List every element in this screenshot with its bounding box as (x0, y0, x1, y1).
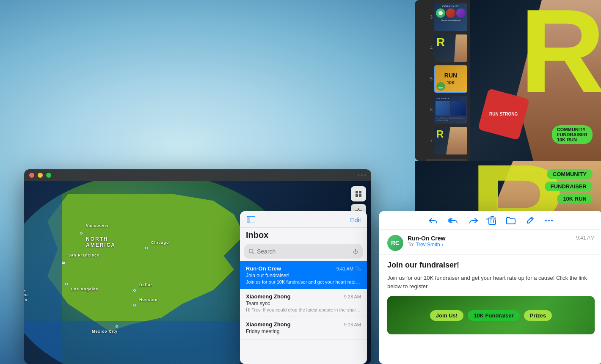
maximize-button[interactable] (46, 173, 51, 178)
slide-number-3: 3 (426, 15, 433, 19)
svg-point-16 (545, 220, 547, 221)
slide-thumbnail-6[interactable]: OUR EVENTS Run-On Crew isn't just about … (434, 96, 467, 124)
search-input[interactable] (257, 248, 350, 255)
to-field: To: Trev Smith › (408, 242, 572, 248)
sender-initials: RC (391, 240, 400, 246)
slide-row-4[interactable]: 4 R (417, 34, 467, 62)
email-time-3: 9:13 AM (344, 322, 361, 327)
sender-name: Run-On Crew (408, 235, 572, 242)
email-subject-3: Friday meeting (246, 328, 361, 334)
prizes-badge: Prizes (524, 310, 552, 321)
reply-all-button[interactable] (448, 216, 459, 225)
svg-rect-4 (247, 216, 250, 223)
dallas-label: Dallas (139, 283, 153, 287)
svg-point-18 (551, 220, 553, 221)
houston-dot (133, 304, 136, 306)
email-time-2: 9:28 AM (344, 294, 361, 299)
compose-button[interactable] (526, 216, 534, 225)
large-r-letter: R (520, 0, 601, 110)
email-subject-2: Team sync (246, 301, 361, 306)
email-item-3[interactable]: Xiaomeng Zhong 9:13 AM Friday meeting (240, 317, 367, 340)
minimize-button[interactable] (38, 173, 43, 178)
slide-thumbnail-7[interactable]: R (434, 127, 467, 154)
folder-button[interactable] (506, 216, 516, 225)
svg-line-7 (253, 253, 254, 254)
chicago-dot (145, 247, 148, 249)
inbox-title: Inbox (240, 228, 367, 242)
slide-number-7: 7 (426, 138, 433, 143)
email-preview-2: Hi Trev, If you could drop the latest up… (246, 307, 361, 312)
chicago-label: Chicago (151, 240, 169, 245)
slide-thumbnail-5[interactable]: RUN10K RUN (434, 65, 467, 93)
svg-point-17 (548, 220, 550, 221)
sender-info: Run-On Crew To: Trev Smith › (408, 235, 572, 248)
trash-button[interactable] (488, 216, 496, 225)
vancouver-label: Vancouver (86, 223, 109, 228)
email-list: Run-On Crew 9:41 AM 📎 Join our fundraise… (240, 261, 367, 340)
email-item-2[interactable]: Xiaomeng Zhong 9:28 AM Team sync Hi Trev… (240, 289, 367, 317)
map-view-toggle[interactable] (351, 186, 366, 201)
presentation-panel: 3 COMMUNITY Running community event 4 (415, 0, 601, 161)
join-us-badge: Join Us! (430, 310, 463, 321)
email-detail-time: 9:41 AM (576, 235, 595, 241)
vancouver-dot (80, 232, 83, 234)
svg-rect-1 (359, 191, 361, 193)
email-sender-2: Xiaomeng Zhong (246, 293, 290, 300)
dallas-dot (133, 289, 136, 292)
slides-sidebar[interactable]: 3 COMMUNITY Running community event 4 (415, 0, 470, 161)
email-time-1: 9:41 AM (336, 266, 353, 271)
edit-button[interactable]: Edit (350, 216, 361, 223)
maps-titlebar (24, 169, 371, 181)
mail-detail-body: Join our fundraiser! Join us for our 10K… (379, 255, 601, 353)
email-preview-1: Join us for our 10K fundraiser and get y… (246, 279, 361, 284)
mexico-city-dot (116, 325, 118, 328)
san-francisco-dot (62, 262, 65, 264)
houston-label: Houston (139, 298, 158, 302)
slide-thumbnail-3[interactable]: COMMUNITY Running community event (434, 3, 467, 31)
north-america-label: NORTHAMERICA (86, 236, 116, 248)
search-bar[interactable] (244, 244, 363, 259)
mail-detail-header: RC Run-On Crew To: Trev Smith › 9:41 AM (379, 230, 601, 255)
svg-rect-8 (355, 249, 356, 252)
slide-thumbnail-4[interactable]: R (434, 34, 467, 62)
10k-fundraiser-badge: 10K Fundraiser (468, 310, 520, 321)
mail-header: Edit (240, 211, 367, 228)
email-subject-1: Join our fundraiser! (246, 273, 361, 279)
search-icon (248, 248, 254, 254)
10k-run-badge: 10K RUN (557, 194, 593, 204)
presentation-main: R RUN STRONG COMMUNITYFUNDRAISER10K RUN (470, 0, 601, 161)
svg-rect-0 (356, 191, 358, 193)
slide-row-5[interactable]: 5 RUN10K RUN (417, 65, 467, 93)
attachment-icon-1: 📎 (355, 266, 361, 271)
sender-avatar: RC (387, 235, 403, 251)
add-slide-button[interactable]: + (426, 159, 467, 161)
reply-button[interactable] (428, 216, 438, 225)
email-body-text: Join us for our 10K fundraiser and get y… (387, 274, 595, 290)
svg-rect-2 (356, 194, 358, 197)
email-item-1[interactable]: Run-On Crew 9:41 AM 📎 Join our fundraise… (240, 261, 367, 289)
forward-button[interactable] (469, 216, 478, 225)
email-sender-1: Run-On Crew (246, 265, 281, 272)
mail-panel: Edit Inbox Run-On Crew 9:41 AM 📎 Join (240, 211, 367, 364)
san-francisco-label: San Francisco (68, 253, 100, 257)
los-angeles-label: Los Angeles (71, 287, 98, 291)
community-badge: COMMUNITY (547, 169, 593, 179)
mail-detail-panel: RC Run-On Crew To: Trev Smith › 9:41 AM … (379, 211, 601, 364)
more-actions-button[interactable] (544, 216, 554, 225)
sidebar-toggle-button[interactable] (246, 215, 256, 224)
email-sender-3: Xiaomeng Zhong (246, 321, 290, 328)
microphone-icon[interactable] (353, 248, 358, 254)
slide-row-3[interactable]: 3 COMMUNITY Running community event (417, 3, 467, 31)
plus-icon: + (444, 161, 449, 161)
fundraiser-banner: Join Us! 10K Fundraiser Prizes (387, 296, 595, 334)
slide-row-7[interactable]: 7 R (417, 127, 467, 154)
north-pacific-label: NorthPacificOcean (24, 289, 29, 302)
slide-row-6[interactable]: 6 OUR EVENTS Run-On Crew isn't just abou… (417, 96, 467, 124)
slide-number-5: 5 (426, 77, 433, 81)
slide-number-4: 4 (426, 46, 433, 50)
mexico-city-label: Mexico City (92, 329, 118, 334)
los-angeles-dot (65, 283, 68, 285)
starburst-text: RUN STRONG (489, 112, 518, 117)
mail-detail-toolbar (379, 211, 601, 230)
close-button[interactable] (29, 173, 34, 178)
